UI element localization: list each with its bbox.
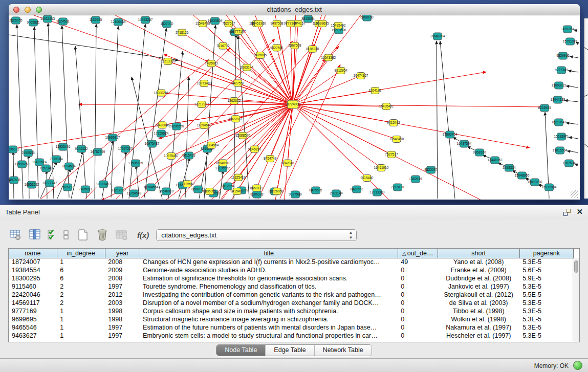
table-cell[interactable]: 9699695 <box>9 315 57 323</box>
table-cell[interactable]: Tibbo et al. (1998) <box>438 307 519 315</box>
table-cell[interactable]: Investigating the contribution of common… <box>140 291 398 299</box>
table-row[interactable]: 2242004622012Investigating the contribut… <box>9 291 574 299</box>
table-row[interactable]: 946362711997Embryonic stem cells: a mode… <box>9 332 574 340</box>
table-cell[interactable]: 5.3E-5 <box>519 258 573 266</box>
table-row[interactable]: 946554611997Estimation of the future num… <box>9 323 574 332</box>
column-header-in_degree[interactable]: in_degree <box>57 249 105 258</box>
table-row[interactable]: 969969511998Structural magnetic resonanc… <box>9 315 574 323</box>
column-header-title[interactable]: title <box>140 249 398 258</box>
graph-edge[interactable] <box>179 158 190 199</box>
table-row[interactable]: 977716911998Corpus callosum shape and si… <box>9 307 574 315</box>
graph-edge[interactable] <box>293 24 319 104</box>
graph-edge[interactable] <box>62 26 69 198</box>
graph-edge[interactable] <box>566 123 578 124</box>
resize-grip[interactable] <box>571 190 578 198</box>
graph-edge[interactable] <box>48 23 54 199</box>
table-cell[interactable]: 5.3E-5 <box>519 332 573 340</box>
graph-edge[interactable] <box>564 100 578 102</box>
graph-edge[interactable] <box>293 104 467 200</box>
graph-edge[interactable] <box>95 24 96 199</box>
graph-edge[interactable] <box>567 151 578 152</box>
column-header-name[interactable]: name <box>9 249 57 258</box>
graph-edge[interactable] <box>129 24 145 199</box>
table-row[interactable]: 1938455462009Genome-wide association stu… <box>9 266 574 274</box>
column-header-year[interactable]: year <box>105 249 140 258</box>
table-cell[interactable]: 1998 <box>105 307 140 315</box>
table-cell[interactable]: Changes of HCN gene expression and I(f) … <box>140 258 398 266</box>
table-cell[interactable]: 1 <box>57 307 105 315</box>
select-columns-icon[interactable] <box>28 228 42 242</box>
column-header-pagerank[interactable]: pagerank <box>519 249 573 258</box>
table-cell[interactable]: 5.3E-5 <box>519 315 573 323</box>
table-cell[interactable]: 9115460 <box>9 282 57 291</box>
table-cell[interactable]: 0 <box>398 299 438 307</box>
graph-edge[interactable] <box>293 26 338 104</box>
graph-edge[interactable] <box>204 25 215 199</box>
table-cell[interactable]: Structural magnetic resonance image aver… <box>140 315 398 323</box>
select-rows-icon[interactable] <box>47 228 56 242</box>
table-cell[interactable]: 49 <box>398 258 438 266</box>
table-cell[interactable]: Nakamura et al. (1997) <box>438 323 519 332</box>
column-header-short[interactable]: short <box>438 249 519 258</box>
table-selector[interactable]: citations_edges.txt ▲▼ <box>156 229 357 241</box>
table-cell[interactable]: Dudbridge et al. (2008) <box>438 274 519 282</box>
graph-edge[interactable] <box>293 104 394 123</box>
graph-edge[interactable] <box>29 155 29 199</box>
table-cell[interactable]: 6 <box>57 274 105 282</box>
table-cell[interactable]: 18724007 <box>9 258 57 266</box>
table-cell[interactable]: Jankovic et al. (1997) <box>438 282 519 291</box>
tab-network-table[interactable]: Network Table <box>315 345 372 356</box>
graph-edge[interactable] <box>437 41 438 199</box>
graph-edge[interactable] <box>290 24 293 104</box>
tab-edge-table[interactable]: Edge Table <box>266 345 314 356</box>
graph-edge[interactable] <box>277 48 293 104</box>
table-cell[interactable]: 1997 <box>105 332 140 340</box>
table-cell[interactable]: 0 <box>398 266 438 274</box>
graph-edge[interactable] <box>574 30 578 31</box>
table-cell[interactable]: Franke et al. (2009) <box>438 266 519 274</box>
graph-edge[interactable] <box>34 27 38 198</box>
graph-edge[interactable] <box>566 86 578 87</box>
table-cell[interactable]: 1997 <box>105 282 140 291</box>
function-builder-icon[interactable]: f(x) <box>137 231 149 239</box>
table-cell[interactable]: 9463627 <box>9 332 57 340</box>
table-cell[interactable]: 2008 <box>105 274 140 282</box>
table-cell[interactable]: Embryonic stem cells: a model to study s… <box>140 332 398 340</box>
table-cell[interactable]: 18300295 <box>9 274 57 282</box>
table-cell[interactable]: 5.5E-5 <box>519 291 573 299</box>
table-cell[interactable]: 0 <box>398 282 438 291</box>
tab-node-table[interactable]: Node Table <box>216 345 266 356</box>
table-cell[interactable]: 0 <box>398 307 438 315</box>
table-cell[interactable]: 2008 <box>105 258 140 266</box>
table-cell[interactable]: 2003 <box>105 299 140 307</box>
table-cell[interactable]: de Silva et al. (2003) <box>438 299 519 307</box>
table-row[interactable]: 1456911722003Disruption of a novel membe… <box>9 299 574 307</box>
table-cell[interactable]: 2012 <box>105 291 140 299</box>
table-row[interactable]: 1872400712008Changes of HCN gene express… <box>9 258 574 266</box>
table-cell[interactable]: Genome-wide association studies in ADHD. <box>140 266 398 274</box>
table-settings-icon[interactable] <box>8 228 23 242</box>
network-canvas[interactable]: 2526055906582111015453912459111359351216… <box>9 15 580 200</box>
table-cell[interactable]: 1 <box>57 323 105 332</box>
graph-edge[interactable] <box>293 104 525 200</box>
graph-edge[interactable] <box>258 24 293 104</box>
table-cell[interactable]: 9777169 <box>9 307 57 315</box>
graph-edge[interactable] <box>570 56 578 58</box>
graph-edge[interactable] <box>258 58 325 199</box>
table-cell[interactable]: 2 <box>57 299 105 307</box>
table-row[interactable]: 911546021997Tourette syndrome. Phenomeno… <box>9 282 574 291</box>
table-cell[interactable]: 5.3E-5 <box>519 323 573 332</box>
table-cell[interactable]: 1997 <box>105 323 140 332</box>
table-cell[interactable]: Wolkin et al. (1998) <box>438 315 519 323</box>
table-cell[interactable]: 1 <box>57 332 105 340</box>
graph-edge[interactable] <box>293 91 375 104</box>
table-cell[interactable]: 14569117 <box>9 299 57 307</box>
table-cell[interactable]: 2009 <box>105 266 140 274</box>
table-cell[interactable]: 6 <box>57 266 105 274</box>
table-cell[interactable]: 1 <box>57 258 105 266</box>
graph-edge[interactable] <box>277 104 293 191</box>
table-cell[interactable]: Stergiakouli et al. (2012) <box>438 291 519 299</box>
graph-edge[interactable] <box>111 26 118 198</box>
graph-edge[interactable] <box>9 15 293 104</box>
delete-table-icon[interactable] <box>95 228 110 242</box>
